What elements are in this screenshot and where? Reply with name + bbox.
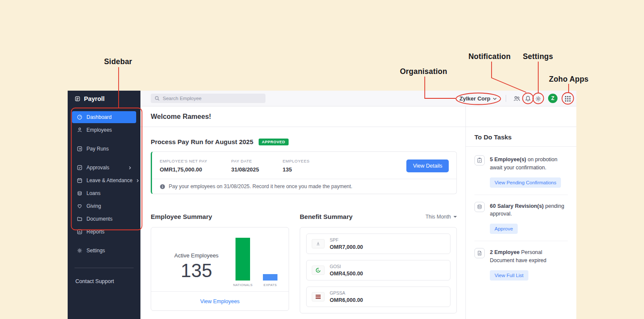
sidebar-item-label: Leave & Attendance [86, 177, 132, 183]
field-value: OMR1,75,000.00 [160, 166, 231, 173]
sidebar-item-label: Giving [86, 203, 101, 209]
settings-gear-icon [77, 248, 83, 254]
nationals-bar [236, 238, 250, 281]
task-highlight: 5 Employee(s) [490, 157, 526, 162]
benefit-row-gpssa[interactable]: GPSSA OMR6,000.00 [306, 287, 450, 307]
dashboard-icon [77, 114, 83, 120]
benefit-amount: OMR7,000.00 [330, 244, 363, 250]
main-area: Zylker Corp Z [140, 91, 576, 319]
sidebar-item-reports[interactable]: Reports [72, 226, 136, 238]
todo-task-salary-revisions: 60 Salary Revision(s) pending approval. … [474, 195, 568, 241]
employee-summary-title: Employee Summary [151, 213, 212, 220]
sidebar-item-label: Dashboard [86, 114, 112, 120]
sidebar-item-label: Approvals [86, 165, 109, 171]
payrun-title: Process Pay Run for August 2025 [151, 138, 253, 145]
giving-heart-icon [77, 203, 83, 209]
dashboard-content: Process Pay Run for August 2025 APPROVED… [140, 127, 465, 319]
view-employees-link[interactable]: View Employees [200, 298, 239, 304]
avatar-letter: Z [551, 95, 554, 101]
notification-bell-icon[interactable] [525, 91, 531, 106]
employees-field: EMPLOYEES 135 [283, 159, 310, 173]
sidebar-item-pay-runs[interactable]: Pay Runs [72, 143, 136, 155]
referral-people-icon[interactable] [513, 91, 521, 106]
benefit-row-spf[interactable]: SPF OMR7,000.00 [306, 233, 450, 254]
todo-task-probation: 5 Employee(s) on probotion await your co… [474, 148, 568, 195]
benefit-row-gosi[interactable]: GOSI OMR4,500.00 [306, 260, 450, 281]
view-details-button[interactable]: View Details [406, 160, 449, 172]
zoho-avatar[interactable]: Z [548, 94, 558, 103]
benefit-row-text: SPF OMR7,000.00 [330, 237, 363, 250]
topbar: Zylker Corp Z [140, 91, 576, 106]
pay-date-field: PAY DATE 31/08/2025 [231, 159, 283, 173]
app-brand-label: Payroll [84, 95, 104, 102]
annotation-organisation-label: Organisation [400, 67, 447, 76]
sidebar-group-gap [68, 156, 140, 161]
organisation-name: Zylker Corp [459, 95, 490, 102]
benefit-amount: OMR6,000.00 [330, 297, 363, 303]
sidebar-item-label: Documents [86, 216, 113, 222]
contact-support-link[interactable]: Contact Support [68, 268, 140, 295]
nationals-bar-label: NATIONALS [233, 283, 253, 287]
screenshot-canvas: Sidebar Organisation Notification Settin… [0, 0, 644, 319]
field-label: PAY DATE [231, 159, 283, 163]
benefit-name: GOSI [330, 264, 363, 269]
document-expired-icon [474, 248, 485, 258]
annotation-sidebar-label: Sidebar [104, 57, 132, 66]
coins-icon [474, 202, 485, 212]
payroll-logo-icon [75, 96, 80, 102]
field-value: 31/08/2025 [231, 166, 283, 173]
task-text: 60 Salary Revision(s) pending approval. [490, 202, 568, 219]
loans-icon [77, 190, 83, 196]
annotation-zoho-apps-label: Zoho Apps [549, 75, 589, 84]
sidebar-item-leave-attendance[interactable]: Leave & Attendance [72, 174, 136, 186]
benefit-row-text: GPSSA OMR6,000.00 [330, 290, 363, 303]
sidebar-item-approvals[interactable]: Approvals [72, 162, 136, 174]
clipboard-check-icon [474, 155, 485, 165]
employee-bar-chart: NATIONALS EXPATS [233, 238, 279, 287]
organisation-selector[interactable]: Zylker Corp [459, 91, 497, 106]
pay-runs-icon [77, 146, 83, 152]
todo-task-list: 5 Employee(s) on probotion await your co… [466, 147, 576, 289]
employee-summary-body: Active Employees 135 NATIONALS [151, 227, 289, 291]
active-employees-count: 135 [181, 260, 212, 281]
active-employees-label: Active Employees [174, 252, 218, 259]
view-full-list-button[interactable]: View Full List [490, 270, 528, 281]
approve-button[interactable]: Approve [490, 224, 518, 234]
documents-folder-icon [77, 216, 83, 222]
search-input[interactable] [163, 96, 262, 101]
sidebar-item-label: Employees [86, 127, 112, 133]
payrun-card-top: EMPLOYEE'S NET PAY OMR1,75,000.00 PAY DA… [152, 152, 456, 179]
gpssa-logo-icon [312, 292, 325, 301]
page-body: Welcome Ramees! Process Pay Run for Augu… [140, 106, 576, 319]
benefit-name: SPF [330, 237, 363, 242]
benefit-row-text: GOSI OMR4,500.00 [330, 264, 363, 277]
sidebar-item-dashboard[interactable]: Dashboard [72, 111, 136, 123]
annotation-settings-label: Settings [523, 52, 553, 61]
sidebar-menu: Dashboard Employees Pay Runs Approvals [68, 107, 140, 257]
benefit-period-filter[interactable]: This Month [426, 214, 457, 220]
sidebar-item-documents[interactable]: Documents [72, 213, 136, 225]
sidebar-item-label: Settings [86, 248, 105, 254]
sidebar-group-gap [68, 137, 140, 142]
nationals-bar-group: NATIONALS [233, 238, 253, 287]
zoho-apps-grid-icon[interactable] [564, 91, 572, 106]
benefit-name: GPSSA [330, 290, 363, 295]
chevron-down-icon [453, 216, 457, 218]
task-text: 5 Employee(s) on probotion await your co… [490, 155, 568, 172]
sidebar-item-settings[interactable]: Settings [72, 245, 136, 257]
chevron-right-icon [136, 179, 139, 183]
sidebar-item-employees[interactable]: Employees [72, 124, 136, 136]
leave-attendance-icon [77, 177, 83, 183]
benefit-amount: OMR4,500.00 [330, 271, 363, 277]
sidebar-item-giving[interactable]: Giving [72, 200, 136, 212]
view-pending-confirmations-button[interactable]: View Pending Confirmations [490, 177, 561, 188]
app-brand: Payroll [68, 91, 140, 107]
employee-summary-card: Active Employees 135 NATIONALS [151, 227, 289, 311]
settings-gear-icon[interactable] [535, 91, 542, 106]
todo-title: To Do Tasks [466, 127, 576, 147]
search-box[interactable] [151, 94, 265, 103]
sidebar-item-loans[interactable]: Loans [72, 187, 136, 199]
chevron-right-icon [128, 166, 131, 170]
gosi-logo-icon [312, 266, 325, 275]
active-employees-block: Active Employees 135 [160, 252, 233, 281]
